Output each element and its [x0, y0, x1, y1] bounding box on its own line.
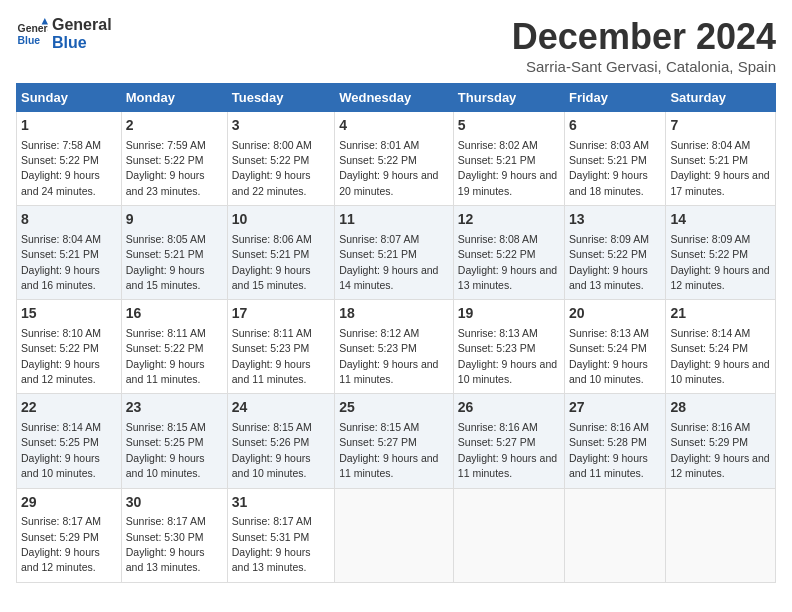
day-number: 29 [21, 493, 117, 513]
day-info: Sunrise: 8:04 AMSunset: 5:21 PMDaylight:… [670, 139, 769, 197]
day-info: Sunrise: 8:07 AMSunset: 5:21 PMDaylight:… [339, 233, 438, 291]
svg-marker-2 [42, 18, 48, 24]
day-info: Sunrise: 8:11 AMSunset: 5:23 PMDaylight:… [232, 327, 312, 385]
calendar-cell: 10 Sunrise: 8:06 AMSunset: 5:21 PMDaylig… [227, 206, 334, 300]
calendar-table: Sunday Monday Tuesday Wednesday Thursday… [16, 83, 776, 583]
day-number: 24 [232, 398, 330, 418]
calendar-cell: 15 Sunrise: 8:10 AMSunset: 5:22 PMDaylig… [17, 300, 122, 394]
day-number: 1 [21, 116, 117, 136]
day-info: Sunrise: 8:04 AMSunset: 5:21 PMDaylight:… [21, 233, 101, 291]
header-sunday: Sunday [17, 84, 122, 112]
day-number: 22 [21, 398, 117, 418]
calendar-cell: 2 Sunrise: 7:59 AMSunset: 5:22 PMDayligh… [121, 112, 227, 206]
day-number: 11 [339, 210, 449, 230]
day-info: Sunrise: 8:09 AMSunset: 5:22 PMDaylight:… [670, 233, 769, 291]
day-info: Sunrise: 8:14 AMSunset: 5:24 PMDaylight:… [670, 327, 769, 385]
day-number: 9 [126, 210, 223, 230]
day-number: 28 [670, 398, 771, 418]
day-number: 2 [126, 116, 223, 136]
day-info: Sunrise: 8:15 AMSunset: 5:27 PMDaylight:… [339, 421, 438, 479]
day-number: 13 [569, 210, 661, 230]
page-header: General Blue General Blue December 2024 … [16, 16, 776, 75]
calendar-week-row: 22 Sunrise: 8:14 AMSunset: 5:25 PMDaylig… [17, 394, 776, 488]
header-monday: Monday [121, 84, 227, 112]
header-saturday: Saturday [666, 84, 776, 112]
calendar-cell: 18 Sunrise: 8:12 AMSunset: 5:23 PMDaylig… [335, 300, 454, 394]
day-info: Sunrise: 8:11 AMSunset: 5:22 PMDaylight:… [126, 327, 206, 385]
calendar-week-row: 15 Sunrise: 8:10 AMSunset: 5:22 PMDaylig… [17, 300, 776, 394]
day-number: 25 [339, 398, 449, 418]
calendar-week-row: 29 Sunrise: 8:17 AMSunset: 5:29 PMDaylig… [17, 488, 776, 582]
day-info: Sunrise: 8:12 AMSunset: 5:23 PMDaylight:… [339, 327, 438, 385]
day-info: Sunrise: 8:16 AMSunset: 5:29 PMDaylight:… [670, 421, 769, 479]
calendar-cell: 5 Sunrise: 8:02 AMSunset: 5:21 PMDayligh… [453, 112, 564, 206]
day-number: 27 [569, 398, 661, 418]
day-number: 12 [458, 210, 560, 230]
day-number: 5 [458, 116, 560, 136]
header-tuesday: Tuesday [227, 84, 334, 112]
calendar-cell: 16 Sunrise: 8:11 AMSunset: 5:22 PMDaylig… [121, 300, 227, 394]
day-number: 20 [569, 304, 661, 324]
calendar-cell: 31 Sunrise: 8:17 AMSunset: 5:31 PMDaylig… [227, 488, 334, 582]
calendar-week-row: 8 Sunrise: 8:04 AMSunset: 5:21 PMDayligh… [17, 206, 776, 300]
calendar-cell: 25 Sunrise: 8:15 AMSunset: 5:27 PMDaylig… [335, 394, 454, 488]
day-info: Sunrise: 7:58 AMSunset: 5:22 PMDaylight:… [21, 139, 101, 197]
day-number: 3 [232, 116, 330, 136]
logo-text-blue: Blue [52, 34, 112, 52]
logo-icon: General Blue [16, 18, 48, 50]
calendar-cell [565, 488, 666, 582]
calendar-cell: 29 Sunrise: 8:17 AMSunset: 5:29 PMDaylig… [17, 488, 122, 582]
day-number: 8 [21, 210, 117, 230]
calendar-cell: 8 Sunrise: 8:04 AMSunset: 5:21 PMDayligh… [17, 206, 122, 300]
logo: General Blue General Blue [16, 16, 112, 51]
header-thursday: Thursday [453, 84, 564, 112]
calendar-cell: 9 Sunrise: 8:05 AMSunset: 5:21 PMDayligh… [121, 206, 227, 300]
svg-text:General: General [18, 23, 48, 34]
calendar-cell: 22 Sunrise: 8:14 AMSunset: 5:25 PMDaylig… [17, 394, 122, 488]
calendar-cell: 28 Sunrise: 8:16 AMSunset: 5:29 PMDaylig… [666, 394, 776, 488]
calendar-cell: 27 Sunrise: 8:16 AMSunset: 5:28 PMDaylig… [565, 394, 666, 488]
calendar-cell: 20 Sunrise: 8:13 AMSunset: 5:24 PMDaylig… [565, 300, 666, 394]
calendar-subtitle: Sarria-Sant Gervasi, Catalonia, Spain [512, 58, 776, 75]
calendar-cell [335, 488, 454, 582]
header-wednesday: Wednesday [335, 84, 454, 112]
calendar-cell: 17 Sunrise: 8:11 AMSunset: 5:23 PMDaylig… [227, 300, 334, 394]
day-info: Sunrise: 8:13 AMSunset: 5:24 PMDaylight:… [569, 327, 649, 385]
day-number: 6 [569, 116, 661, 136]
day-info: Sunrise: 8:13 AMSunset: 5:23 PMDaylight:… [458, 327, 557, 385]
day-info: Sunrise: 8:09 AMSunset: 5:22 PMDaylight:… [569, 233, 649, 291]
day-number: 19 [458, 304, 560, 324]
day-info: Sunrise: 8:17 AMSunset: 5:30 PMDaylight:… [126, 515, 206, 573]
day-info: Sunrise: 8:00 AMSunset: 5:22 PMDaylight:… [232, 139, 312, 197]
day-number: 14 [670, 210, 771, 230]
svg-text:Blue: Blue [18, 34, 41, 45]
day-number: 4 [339, 116, 449, 136]
day-info: Sunrise: 8:17 AMSunset: 5:31 PMDaylight:… [232, 515, 312, 573]
day-info: Sunrise: 8:05 AMSunset: 5:21 PMDaylight:… [126, 233, 206, 291]
calendar-header-row: Sunday Monday Tuesday Wednesday Thursday… [17, 84, 776, 112]
day-number: 16 [126, 304, 223, 324]
logo-text-general: General [52, 16, 112, 34]
day-info: Sunrise: 8:02 AMSunset: 5:21 PMDaylight:… [458, 139, 557, 197]
calendar-cell: 23 Sunrise: 8:15 AMSunset: 5:25 PMDaylig… [121, 394, 227, 488]
calendar-cell: 21 Sunrise: 8:14 AMSunset: 5:24 PMDaylig… [666, 300, 776, 394]
day-number: 26 [458, 398, 560, 418]
calendar-cell: 26 Sunrise: 8:16 AMSunset: 5:27 PMDaylig… [453, 394, 564, 488]
day-info: Sunrise: 8:16 AMSunset: 5:28 PMDaylight:… [569, 421, 649, 479]
day-info: Sunrise: 7:59 AMSunset: 5:22 PMDaylight:… [126, 139, 206, 197]
day-number: 15 [21, 304, 117, 324]
day-info: Sunrise: 8:14 AMSunset: 5:25 PMDaylight:… [21, 421, 101, 479]
calendar-cell: 6 Sunrise: 8:03 AMSunset: 5:21 PMDayligh… [565, 112, 666, 206]
calendar-cell [666, 488, 776, 582]
day-info: Sunrise: 8:15 AMSunset: 5:25 PMDaylight:… [126, 421, 206, 479]
calendar-cell: 4 Sunrise: 8:01 AMSunset: 5:22 PMDayligh… [335, 112, 454, 206]
day-info: Sunrise: 8:16 AMSunset: 5:27 PMDaylight:… [458, 421, 557, 479]
day-info: Sunrise: 8:03 AMSunset: 5:21 PMDaylight:… [569, 139, 649, 197]
day-number: 17 [232, 304, 330, 324]
day-number: 23 [126, 398, 223, 418]
calendar-week-row: 1 Sunrise: 7:58 AMSunset: 5:22 PMDayligh… [17, 112, 776, 206]
day-number: 30 [126, 493, 223, 513]
day-number: 7 [670, 116, 771, 136]
calendar-cell: 24 Sunrise: 8:15 AMSunset: 5:26 PMDaylig… [227, 394, 334, 488]
title-section: December 2024 Sarria-Sant Gervasi, Catal… [512, 16, 776, 75]
